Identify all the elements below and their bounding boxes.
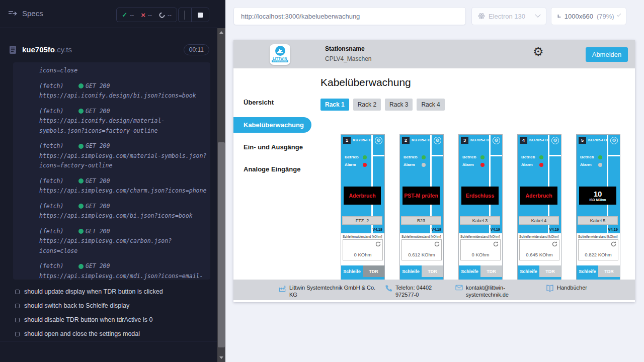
run-controls <box>178 8 209 22</box>
sidebar-item-analoge-eingaenge[interactable]: Analoge Eingänge <box>233 161 311 177</box>
cable-name: Kabel 5 <box>578 216 618 225</box>
sidebar-item-uebersicht[interactable]: Übersicht <box>233 95 311 110</box>
cypress-reporter-panel: Specs ✓ -- × -- -- kue <box>0 0 225 362</box>
email-icon <box>455 285 463 291</box>
log-entry[interactable]: (fetch) GET 200 https://api.simplesvg.co… <box>39 261 206 280</box>
device-card-4: 4 KÜ705-FO ⚙ Betrieb Alarm Aderbruch Kab… <box>517 134 561 280</box>
measurement-panel: Schleifenwiderstand [kOhm] 0 KOhm <box>341 233 384 265</box>
tdr-button[interactable]: TDR <box>422 265 443 277</box>
refresh-icon[interactable] <box>434 241 440 247</box>
tab-rack-1[interactable]: Rack 1 <box>320 99 349 111</box>
logout-button[interactable]: Abmelden <box>586 47 628 62</box>
sidebar-item-ein-und-ausgaenge[interactable]: Ein- und Ausgänge <box>233 139 311 155</box>
status-dot <box>78 178 84 184</box>
status-display: Aderbruch <box>344 187 381 205</box>
schleife-button[interactable]: Schleife <box>577 265 598 277</box>
sidebar-item-kabelueberwachung[interactable]: Kabelüberwachung <box>233 117 311 133</box>
refresh-icon[interactable] <box>610 241 617 247</box>
measurement-value: 0 KOhm <box>461 252 500 257</box>
gear-icon: ⚙ <box>612 138 616 143</box>
schleife-button[interactable]: Schleife <box>459 265 480 277</box>
log-entry[interactable]: (fetch) GET 200 https://api.simplesvg.co… <box>39 202 206 221</box>
viewport-selector[interactable]: 1000x660 (79%) <box>551 7 626 25</box>
log-entry[interactable]: (fetch) GET 200 https://api.iconify.desi… <box>39 107 206 136</box>
log-entry[interactable]: (fetch) GET 200 https://api.simplesvg.co… <box>39 176 206 196</box>
betrieb-led <box>539 155 543 159</box>
device-model: KÜ705-FO <box>353 138 372 142</box>
schleife-button[interactable]: Schleife <box>400 265 422 277</box>
specs-label[interactable]: Specs <box>22 9 43 18</box>
spec-row[interactable]: kue705fo.cy.ts 00:11 <box>0 41 217 59</box>
gear-icon: ⚙ <box>494 138 498 143</box>
collapse-button[interactable] <box>183 11 187 20</box>
scrollbar-thumb[interactable] <box>218 142 225 347</box>
test-item[interactable]: should disable TDR button when tdrActive… <box>0 313 217 327</box>
betrieb-led <box>422 155 426 159</box>
card-settings-button[interactable]: ⚙ <box>493 137 500 144</box>
status-dot <box>78 229 84 234</box>
tdr-button[interactable]: TDR <box>363 265 384 277</box>
tab-rack-4[interactable]: Rack 4 <box>417 99 444 111</box>
test-state-icon <box>15 332 20 336</box>
x-icon: × <box>141 13 145 18</box>
specs-menu-icon[interactable] <box>8 10 17 19</box>
tdr-button[interactable]: TDR <box>539 265 561 277</box>
firmware-version: V4.19 <box>372 227 382 232</box>
iso-value: 10 <box>594 190 602 198</box>
status-display: Erdschluss <box>461 187 499 205</box>
schleife-button[interactable]: Schleife <box>341 265 363 277</box>
scroll-up-arrow[interactable] <box>219 31 223 34</box>
card-settings-button[interactable]: ⚙ <box>375 137 382 144</box>
card-settings-button[interactable]: ⚙ <box>610 137 618 144</box>
refresh-icon[interactable] <box>493 241 499 247</box>
alarm-led <box>598 163 602 167</box>
settings-gear-icon[interactable]: ⚙ <box>533 46 544 58</box>
firmware-version: V4.19 <box>549 227 559 232</box>
measurement-panel: Schleifenwiderstand [kOhm] 0.612 KOhm <box>400 233 443 265</box>
measurement-box: 0.612 KOhm <box>401 239 442 260</box>
test-item[interactable]: should open and close the settings modal <box>0 327 217 341</box>
test-item[interactable]: should switch back to Schleife display <box>0 299 217 313</box>
url-bar[interactable]: http://localhost:3000/kabelueberwachung <box>233 7 466 25</box>
tab-rack-2[interactable]: Rack 2 <box>353 99 381 111</box>
firmware-version: V4.19 <box>431 227 441 232</box>
log-entry[interactable]: (fetch) GET 200 https://api.simplesvg.co… <box>39 141 206 171</box>
reporter-scrollbar[interactable] <box>217 28 225 362</box>
tdr-button[interactable]: TDR <box>598 265 620 277</box>
firmware-version: V4.19 <box>490 227 500 232</box>
card-settings-button[interactable]: ⚙ <box>551 137 559 144</box>
footer-manuals[interactable]: Handbücher <box>546 284 587 292</box>
measurement-box: 0.645 KOhm <box>519 239 559 260</box>
status-display: Aderbruch <box>520 187 557 205</box>
card-divider <box>608 155 620 156</box>
stop-button[interactable] <box>196 13 205 18</box>
log-entry[interactable]: (fetch) GET 200 https://api.iconify.desi… <box>39 81 206 101</box>
refresh-icon[interactable] <box>551 241 558 247</box>
test-state-icon <box>15 290 20 294</box>
app-frame: http://localhost:3000/kabelueberwachung … <box>225 0 644 362</box>
schleife-button[interactable]: Schleife <box>518 265 539 277</box>
slot-number-badge: 4 <box>520 137 527 144</box>
alarm-led <box>539 163 543 167</box>
littwin-logo: LITTWIN SYSTEMTECHNIK <box>270 44 290 65</box>
tdr-button[interactable]: TDR <box>480 265 502 277</box>
slot-number-badge: 2 <box>402 137 410 144</box>
ruler-icon <box>557 13 561 20</box>
logo-icon <box>275 46 285 56</box>
status-display: PST-M prüfen <box>403 187 440 205</box>
footer-phone: Telefon: 04402 972577-0 <box>385 284 445 298</box>
measurement-panel: Schleifenwiderstand [kOhm] 0.645 KOhm <box>518 233 561 265</box>
device-model: KÜ705-FO <box>412 138 431 142</box>
cable-name: B23 <box>401 216 441 225</box>
log-line[interactable]: icons=close <box>39 66 206 76</box>
card-settings-button[interactable]: ⚙ <box>434 137 441 144</box>
tab-rack-3[interactable]: Rack 3 <box>385 99 413 111</box>
refresh-icon[interactable] <box>375 241 381 247</box>
device-card-3: 3 KÜ705-FO ⚙ Betrieb Alarm Erdschluss Ka… <box>458 134 503 280</box>
scroll-down-arrow[interactable] <box>219 356 223 359</box>
log-entry[interactable]: (fetch) GET 200 https://api.simplesvg.co… <box>39 227 206 256</box>
test-item[interactable]: should update display when TDR button is… <box>0 285 217 299</box>
iso-unit: ISO MOhm <box>589 198 606 202</box>
browser-selector[interactable]: Electron 130 <box>471 7 546 25</box>
app-under-test: LITTWIN SYSTEMTECHNIK Stationsname CPLV4… <box>233 40 635 302</box>
